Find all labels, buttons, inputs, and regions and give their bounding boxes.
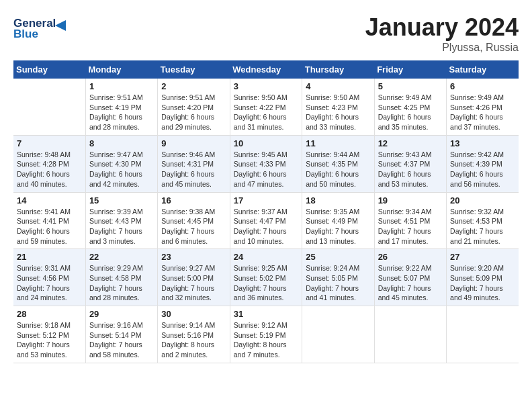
day-number: 3 [234,81,298,91]
location-title: Plyussa, Russia [365,42,519,54]
day-number: 16 [161,195,226,205]
day-number: 24 [234,252,298,262]
day-info: Sunrise: 9:12 AM Sunset: 5:19 PM Dayligh… [234,320,298,360]
day-info: Sunrise: 9:50 AM Sunset: 4:23 PM Dayligh… [306,93,370,132]
calendar-cell: 23Sunrise: 9:27 AM Sunset: 5:00 PM Dayli… [158,249,230,306]
calendar-table: Sunday Monday Tuesday Wednesday Thursday… [13,60,519,363]
day-info: Sunrise: 9:27 AM Sunset: 5:00 PM Dayligh… [161,263,226,303]
calendar-cell: 4Sunrise: 9:50 AM Sunset: 4:23 PM Daylig… [302,79,374,135]
day-info: Sunrise: 9:45 AM Sunset: 4:33 PM Dayligh… [234,150,298,189]
day-number: 25 [306,252,370,262]
day-number: 2 [161,81,226,91]
col-sunday: Sunday [13,60,85,79]
day-number: 1 [89,81,154,91]
day-number: 21 [17,252,82,262]
calendar-cell: 31Sunrise: 9:12 AM Sunset: 5:19 PM Dayli… [230,306,302,363]
day-number: 13 [450,138,515,148]
calendar-cell: 29Sunrise: 9:16 AM Sunset: 5:14 PM Dayli… [85,306,157,363]
calendar-cell: 20Sunrise: 9:32 AM Sunset: 4:53 PM Dayli… [447,192,519,249]
svg-marker-2 [55,20,66,31]
day-number: 11 [306,138,370,148]
day-info: Sunrise: 9:41 AM Sunset: 4:41 PM Dayligh… [17,207,82,246]
day-info: Sunrise: 9:51 AM Sunset: 4:19 PM Dayligh… [89,93,154,132]
col-wednesday: Wednesday [230,60,302,79]
week-row: 1Sunrise: 9:51 AM Sunset: 4:19 PM Daylig… [13,79,519,135]
calendar-cell [13,79,85,135]
day-number: 19 [378,195,443,205]
day-info: Sunrise: 9:34 AM Sunset: 4:51 PM Dayligh… [378,207,443,246]
calendar-cell: 2Sunrise: 9:51 AM Sunset: 4:20 PM Daylig… [158,79,230,135]
calendar-cell: 30Sunrise: 9:14 AM Sunset: 5:16 PM Dayli… [158,306,230,363]
day-info: Sunrise: 9:31 AM Sunset: 4:56 PM Dayligh… [17,263,82,303]
calendar-cell: 28Sunrise: 9:18 AM Sunset: 5:12 PM Dayli… [13,306,85,363]
day-info: Sunrise: 9:49 AM Sunset: 4:25 PM Dayligh… [378,93,443,132]
day-info: Sunrise: 9:47 AM Sunset: 4:30 PM Dayligh… [89,150,154,189]
day-number: 5 [378,81,443,91]
day-number: 26 [378,252,443,262]
calendar-cell: 19Sunrise: 9:34 AM Sunset: 4:51 PM Dayli… [374,192,446,249]
day-info: Sunrise: 9:46 AM Sunset: 4:31 PM Dayligh… [161,150,226,189]
calendar-cell: 22Sunrise: 9:29 AM Sunset: 4:58 PM Dayli… [85,249,157,306]
day-info: Sunrise: 9:18 AM Sunset: 5:12 PM Dayligh… [17,320,82,360]
calendar-cell: 27Sunrise: 9:20 AM Sunset: 5:09 PM Dayli… [447,249,519,306]
calendar-cell: 15Sunrise: 9:39 AM Sunset: 4:43 PM Dayli… [85,192,157,249]
day-info: Sunrise: 9:38 AM Sunset: 4:45 PM Dayligh… [161,207,226,246]
day-number: 7 [17,138,82,148]
col-monday: Monday [85,60,157,79]
col-tuesday: Tuesday [158,60,230,79]
calendar-body: 1Sunrise: 9:51 AM Sunset: 4:19 PM Daylig… [13,79,519,363]
calendar-cell: 21Sunrise: 9:31 AM Sunset: 4:56 PM Dayli… [13,249,85,306]
header: General Blue January 2024 Plyussa, Russi… [13,13,519,54]
week-row: 7Sunrise: 9:48 AM Sunset: 4:28 PM Daylig… [13,135,519,192]
month-title: January 2024 [365,13,519,42]
day-number: 4 [306,81,370,91]
logo-svg: General Blue [13,13,74,40]
day-number: 22 [89,252,154,262]
day-number: 20 [450,195,515,205]
day-number: 30 [161,309,226,319]
day-info: Sunrise: 9:48 AM Sunset: 4:28 PM Dayligh… [17,150,82,189]
title-area: January 2024 Plyussa, Russia [365,13,519,54]
week-row: 21Sunrise: 9:31 AM Sunset: 4:56 PM Dayli… [13,249,519,306]
header-row: Sunday Monday Tuesday Wednesday Thursday… [13,60,519,79]
calendar-cell: 16Sunrise: 9:38 AM Sunset: 4:45 PM Dayli… [158,192,230,249]
day-info: Sunrise: 9:22 AM Sunset: 5:07 PM Dayligh… [378,263,443,303]
day-info: Sunrise: 9:24 AM Sunset: 5:05 PM Dayligh… [306,263,370,303]
day-info: Sunrise: 9:43 AM Sunset: 4:37 PM Dayligh… [378,150,443,189]
day-info: Sunrise: 9:29 AM Sunset: 4:58 PM Dayligh… [89,263,154,303]
calendar-cell [302,306,374,363]
day-number: 12 [378,138,443,148]
day-number: 10 [234,138,298,148]
day-info: Sunrise: 9:44 AM Sunset: 4:35 PM Dayligh… [306,150,370,189]
day-info: Sunrise: 9:16 AM Sunset: 5:14 PM Dayligh… [89,320,154,360]
calendar-cell: 7Sunrise: 9:48 AM Sunset: 4:28 PM Daylig… [13,135,85,192]
week-row: 28Sunrise: 9:18 AM Sunset: 5:12 PM Dayli… [13,306,519,363]
calendar-cell: 9Sunrise: 9:46 AM Sunset: 4:31 PM Daylig… [158,135,230,192]
calendar-header: Sunday Monday Tuesday Wednesday Thursday… [13,60,519,79]
day-number: 14 [17,195,82,205]
day-number: 15 [89,195,154,205]
svg-text:Blue: Blue [13,28,38,40]
day-info: Sunrise: 9:20 AM Sunset: 5:09 PM Dayligh… [450,263,515,303]
calendar-cell: 11Sunrise: 9:44 AM Sunset: 4:35 PM Dayli… [302,135,374,192]
day-info: Sunrise: 9:50 AM Sunset: 4:22 PM Dayligh… [234,93,298,132]
day-info: Sunrise: 9:25 AM Sunset: 5:02 PM Dayligh… [234,263,298,303]
calendar-cell [447,306,519,363]
calendar-cell: 17Sunrise: 9:37 AM Sunset: 4:47 PM Dayli… [230,192,302,249]
calendar-cell: 25Sunrise: 9:24 AM Sunset: 5:05 PM Dayli… [302,249,374,306]
calendar-cell: 1Sunrise: 9:51 AM Sunset: 4:19 PM Daylig… [85,79,157,135]
day-info: Sunrise: 9:14 AM Sunset: 5:16 PM Dayligh… [161,320,226,360]
day-number: 23 [161,252,226,262]
day-number: 27 [450,252,515,262]
col-friday: Friday [374,60,446,79]
calendar-cell: 6Sunrise: 9:49 AM Sunset: 4:26 PM Daylig… [447,79,519,135]
day-number: 18 [306,195,370,205]
day-info: Sunrise: 9:35 AM Sunset: 4:49 PM Dayligh… [306,207,370,246]
calendar-cell: 24Sunrise: 9:25 AM Sunset: 5:02 PM Dayli… [230,249,302,306]
logo: General Blue [13,13,74,40]
calendar-cell: 5Sunrise: 9:49 AM Sunset: 4:25 PM Daylig… [374,79,446,135]
week-row: 14Sunrise: 9:41 AM Sunset: 4:41 PM Dayli… [13,192,519,249]
day-info: Sunrise: 9:39 AM Sunset: 4:43 PM Dayligh… [89,207,154,246]
calendar-cell: 14Sunrise: 9:41 AM Sunset: 4:41 PM Dayli… [13,192,85,249]
day-number: 8 [89,138,154,148]
